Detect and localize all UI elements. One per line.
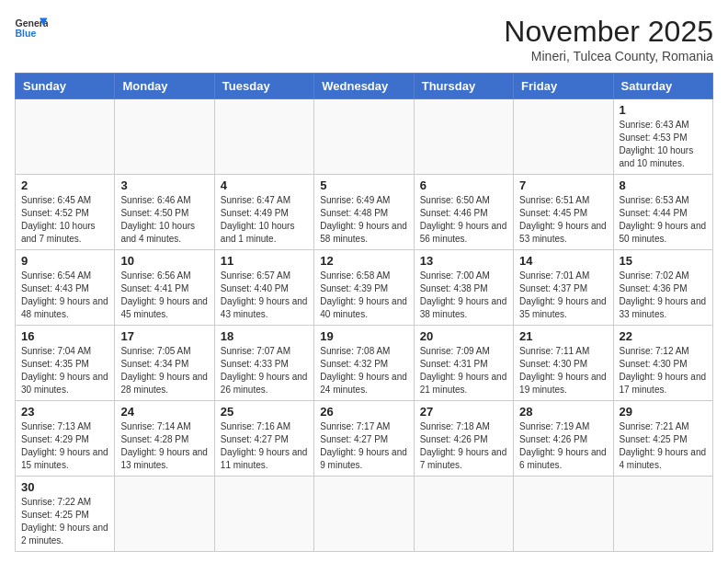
weekday-header-monday: Monday (115, 74, 214, 99)
calendar-cell (414, 99, 513, 175)
day-number: 26 (320, 405, 407, 419)
day-number: 23 (21, 405, 108, 419)
day-info: Sunrise: 6:57 AM Sunset: 4:40 PM Dayligh… (221, 270, 308, 321)
day-number: 24 (120, 405, 208, 419)
title-area: November 2025 Mineri, Tulcea County, Rom… (504, 15, 713, 63)
page-header: General Blue November 2025 Mineri, Tulce… (15, 15, 713, 63)
day-info: Sunrise: 6:56 AM Sunset: 4:41 PM Dayligh… (120, 270, 208, 321)
svg-text:Blue: Blue (16, 28, 37, 39)
day-info: Sunrise: 7:12 AM Sunset: 4:30 PM Dayligh… (620, 345, 707, 396)
calendar-cell: 22Sunrise: 7:12 AM Sunset: 4:30 PM Dayli… (613, 326, 712, 401)
calendar-cell: 6Sunrise: 6:50 AM Sunset: 4:46 PM Daylig… (414, 175, 513, 250)
calendar-cell: 7Sunrise: 6:51 AM Sunset: 4:45 PM Daylig… (514, 175, 613, 250)
calendar-cell: 17Sunrise: 7:05 AM Sunset: 4:34 PM Dayli… (115, 326, 214, 401)
day-info: Sunrise: 6:47 AM Sunset: 4:49 PM Dayligh… (221, 194, 308, 246)
day-number: 28 (519, 405, 607, 419)
day-info: Sunrise: 7:21 AM Sunset: 4:25 PM Dayligh… (620, 420, 707, 472)
day-info: Sunrise: 7:00 AM Sunset: 4:38 PM Dayligh… (420, 270, 507, 321)
day-info: Sunrise: 6:50 AM Sunset: 4:46 PM Dayligh… (420, 194, 507, 246)
day-info: Sunrise: 7:19 AM Sunset: 4:26 PM Dayligh… (519, 420, 607, 472)
week-row-3: 9Sunrise: 6:54 AM Sunset: 4:43 PM Daylig… (16, 250, 713, 326)
week-row-2: 2Sunrise: 6:45 AM Sunset: 4:52 PM Daylig… (16, 175, 713, 250)
day-number: 10 (120, 254, 208, 268)
calendar-cell: 28Sunrise: 7:19 AM Sunset: 4:26 PM Dayli… (514, 401, 613, 477)
weekday-header-sunday: Sunday (16, 74, 115, 99)
day-info: Sunrise: 6:45 AM Sunset: 4:52 PM Dayligh… (21, 194, 108, 246)
day-number: 22 (620, 329, 707, 343)
calendar-cell: 30Sunrise: 7:22 AM Sunset: 4:25 PM Dayli… (16, 477, 115, 552)
day-number: 20 (420, 329, 507, 343)
day-number: 14 (519, 254, 607, 268)
day-info: Sunrise: 7:05 AM Sunset: 4:34 PM Dayligh… (120, 345, 208, 396)
day-info: Sunrise: 6:43 AM Sunset: 4:53 PM Dayligh… (620, 119, 707, 170)
day-info: Sunrise: 7:04 AM Sunset: 4:35 PM Dayligh… (21, 345, 108, 396)
calendar-cell (16, 99, 115, 175)
calendar-cell: 19Sunrise: 7:08 AM Sunset: 4:32 PM Dayli… (314, 326, 414, 401)
day-number: 13 (420, 254, 507, 268)
day-info: Sunrise: 7:09 AM Sunset: 4:31 PM Dayligh… (420, 345, 507, 396)
day-info: Sunrise: 7:14 AM Sunset: 4:28 PM Dayligh… (120, 420, 208, 472)
day-number: 21 (519, 329, 607, 343)
calendar-cell: 10Sunrise: 6:56 AM Sunset: 4:41 PM Dayli… (115, 250, 214, 326)
calendar-cell: 23Sunrise: 7:13 AM Sunset: 4:29 PM Dayli… (16, 401, 115, 477)
weekday-header-thursday: Thursday (414, 74, 513, 99)
day-info: Sunrise: 7:17 AM Sunset: 4:27 PM Dayligh… (320, 420, 407, 472)
day-info: Sunrise: 7:01 AM Sunset: 4:37 PM Dayligh… (519, 270, 607, 321)
calendar-cell: 24Sunrise: 7:14 AM Sunset: 4:28 PM Dayli… (115, 401, 214, 477)
day-info: Sunrise: 7:22 AM Sunset: 4:25 PM Dayligh… (21, 496, 108, 547)
day-info: Sunrise: 7:18 AM Sunset: 4:26 PM Dayligh… (420, 420, 507, 472)
calendar-cell: 20Sunrise: 7:09 AM Sunset: 4:31 PM Dayli… (414, 326, 513, 401)
location-subtitle: Mineri, Tulcea County, Romania (504, 49, 713, 63)
day-number: 8 (620, 178, 707, 192)
day-info: Sunrise: 7:07 AM Sunset: 4:33 PM Dayligh… (221, 345, 308, 396)
day-number: 15 (620, 254, 707, 268)
week-row-1: 1Sunrise: 6:43 AM Sunset: 4:53 PM Daylig… (16, 99, 713, 175)
day-number: 6 (420, 178, 507, 192)
day-number: 4 (221, 178, 308, 192)
day-number: 16 (21, 329, 108, 343)
weekday-header-row: SundayMondayTuesdayWednesdayThursdayFrid… (16, 74, 713, 99)
logo-icon: General Blue (15, 15, 48, 40)
calendar-cell: 2Sunrise: 6:45 AM Sunset: 4:52 PM Daylig… (16, 175, 115, 250)
calendar-cell: 15Sunrise: 7:02 AM Sunset: 4:36 PM Dayli… (613, 250, 712, 326)
calendar-cell: 9Sunrise: 6:54 AM Sunset: 4:43 PM Daylig… (16, 250, 115, 326)
calendar-cell: 4Sunrise: 6:47 AM Sunset: 4:49 PM Daylig… (214, 175, 313, 250)
day-number: 11 (221, 254, 308, 268)
day-info: Sunrise: 6:58 AM Sunset: 4:39 PM Dayligh… (320, 270, 407, 321)
day-number: 7 (519, 178, 607, 192)
day-info: Sunrise: 6:49 AM Sunset: 4:48 PM Dayligh… (320, 194, 407, 246)
calendar-cell: 5Sunrise: 6:49 AM Sunset: 4:48 PM Daylig… (314, 175, 414, 250)
day-info: Sunrise: 7:13 AM Sunset: 4:29 PM Dayligh… (21, 420, 108, 472)
week-row-6: 30Sunrise: 7:22 AM Sunset: 4:25 PM Dayli… (16, 477, 713, 552)
day-number: 19 (320, 329, 407, 343)
calendar-cell: 18Sunrise: 7:07 AM Sunset: 4:33 PM Dayli… (214, 326, 313, 401)
calendar-cell: 8Sunrise: 6:53 AM Sunset: 4:44 PM Daylig… (613, 175, 712, 250)
day-number: 27 (420, 405, 507, 419)
calendar-cell (314, 99, 414, 175)
day-info: Sunrise: 6:54 AM Sunset: 4:43 PM Dayligh… (21, 270, 108, 321)
day-info: Sunrise: 7:02 AM Sunset: 4:36 PM Dayligh… (620, 270, 707, 321)
day-number: 25 (221, 405, 308, 419)
week-row-5: 23Sunrise: 7:13 AM Sunset: 4:29 PM Dayli… (16, 401, 713, 477)
calendar-cell (115, 477, 214, 552)
day-info: Sunrise: 6:53 AM Sunset: 4:44 PM Dayligh… (620, 194, 707, 246)
month-title: November 2025 (504, 15, 713, 49)
day-info: Sunrise: 7:08 AM Sunset: 4:32 PM Dayligh… (320, 345, 407, 396)
calendar-cell (414, 477, 513, 552)
weekday-header-wednesday: Wednesday (314, 74, 414, 99)
calendar-cell: 29Sunrise: 7:21 AM Sunset: 4:25 PM Dayli… (613, 401, 712, 477)
day-number: 2 (21, 178, 108, 192)
calendar-cell (613, 477, 712, 552)
calendar-cell: 1Sunrise: 6:43 AM Sunset: 4:53 PM Daylig… (613, 99, 712, 175)
calendar-cell (214, 99, 313, 175)
calendar-cell: 13Sunrise: 7:00 AM Sunset: 4:38 PM Dayli… (414, 250, 513, 326)
calendar-table: SundayMondayTuesdayWednesdayThursdayFrid… (15, 73, 713, 552)
day-info: Sunrise: 6:51 AM Sunset: 4:45 PM Dayligh… (519, 194, 607, 246)
weekday-header-tuesday: Tuesday (214, 74, 313, 99)
day-number: 30 (21, 480, 108, 494)
calendar-cell: 25Sunrise: 7:16 AM Sunset: 4:27 PM Dayli… (214, 401, 313, 477)
calendar-cell (214, 477, 313, 552)
day-info: Sunrise: 7:16 AM Sunset: 4:27 PM Dayligh… (221, 420, 308, 472)
day-number: 3 (120, 178, 208, 192)
day-number: 9 (21, 254, 108, 268)
